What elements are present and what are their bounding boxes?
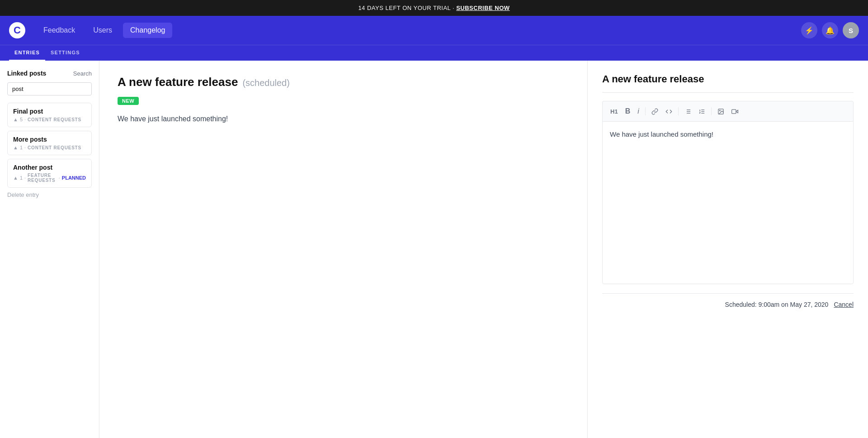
upvote-icon: ▲	[13, 175, 18, 181]
vote-count: 5	[20, 117, 23, 122]
svg-marker-11	[736, 110, 738, 113]
sidebar: Linked posts Search Final post ▲ 5 · CON…	[0, 61, 99, 438]
cancel-link[interactable]: Cancel	[834, 301, 854, 308]
top-nav: C Feedback Users Changelog ⚡ 🔔 S	[0, 16, 868, 45]
toolbar-ol[interactable]	[696, 107, 708, 116]
avatar-button[interactable]: S	[843, 22, 859, 38]
list-item[interactable]: Another post ▲ 1 · FEATURE REQUESTS · PL…	[7, 159, 92, 188]
right-panel: A new feature release H1 B i	[588, 61, 868, 438]
toolbar-code[interactable]	[663, 107, 675, 116]
editor-title: A new feature release	[602, 73, 854, 93]
post-category: FEATURE REQUESTS	[28, 173, 57, 183]
toolbar-image[interactable]	[715, 107, 726, 116]
nav-links: Feedback Users Changelog	[36, 23, 801, 38]
vote-count: 1	[20, 175, 23, 181]
nav-right: ⚡ 🔔 S	[801, 22, 859, 38]
main-layout: Linked posts Search Final post ▲ 5 · CON…	[0, 61, 868, 438]
logo[interactable]: C	[9, 22, 25, 38]
toolbar-bold[interactable]: B	[623, 106, 633, 117]
list-item[interactable]: More posts ▲ 1 · CONTENT REQUESTS	[7, 131, 92, 155]
toolbar-video[interactable]	[729, 107, 741, 116]
toolbar-ul[interactable]	[682, 107, 693, 116]
toolbar-link[interactable]	[649, 107, 660, 116]
editor-toolbar: H1 B i	[602, 101, 854, 121]
upvote-icon: ▲	[13, 117, 18, 122]
trial-text: 14 DAYS LEFT ON YOUR TRIAL ·	[358, 5, 456, 11]
svg-point-10	[719, 110, 720, 111]
sub-nav: ENTRIES SETTINGS	[0, 45, 868, 61]
bell-icon: 🔔	[826, 26, 835, 35]
nav-changelog[interactable]: Changelog	[123, 23, 172, 38]
sidebar-title: Linked posts	[7, 70, 46, 77]
subscribe-link[interactable]: SUBSCRIBE NOW	[456, 5, 509, 11]
bell-button[interactable]: 🔔	[822, 22, 838, 38]
svg-rect-12	[731, 110, 736, 114]
new-badge: NEW	[118, 97, 139, 105]
entry-title-row: A new feature release (scheduled)	[118, 75, 569, 89]
toolbar-h1[interactable]: H1	[608, 107, 620, 116]
toolbar-sep-2	[678, 107, 679, 115]
post-title: Final post	[13, 108, 86, 115]
entry-status: (scheduled)	[242, 78, 290, 88]
subnav-entries[interactable]: ENTRIES	[9, 45, 45, 61]
editor-body[interactable]: We have just launched something!	[602, 121, 854, 284]
post-title: More posts	[13, 136, 86, 143]
scheduled-text: Scheduled: 9:00am on May 27, 2020	[725, 301, 829, 308]
post-meta: ▲ 5 · CONTENT REQUESTS	[13, 117, 86, 122]
nav-users[interactable]: Users	[86, 23, 119, 38]
vote-count: 1	[20, 145, 23, 150]
post-meta: ▲ 1 · CONTENT REQUESTS	[13, 145, 86, 150]
delete-entry-link[interactable]: Delete entry	[7, 191, 92, 198]
post-category: CONTENT REQUESTS	[28, 117, 81, 122]
upvote-icon: ▲	[13, 145, 18, 150]
toolbar-italic[interactable]: i	[635, 106, 642, 117]
entry-title: A new feature release	[118, 75, 238, 89]
trial-banner: 14 DAYS LEFT ON YOUR TRIAL · SUBSCRIBE N…	[0, 0, 868, 16]
nav-feedback[interactable]: Feedback	[36, 23, 82, 38]
subnav-settings[interactable]: SETTINGS	[45, 45, 85, 61]
editor-footer: Scheduled: 9:00am on May 27, 2020 Cancel	[602, 293, 854, 308]
post-title: Another post	[13, 164, 86, 171]
lightning-button[interactable]: ⚡	[801, 22, 817, 38]
planned-badge: PLANNED	[62, 175, 86, 181]
search-link[interactable]: Search	[73, 70, 92, 77]
center-content: A new feature release (scheduled) NEW We…	[99, 61, 588, 438]
search-input[interactable]	[7, 82, 92, 95]
list-item[interactable]: Final post ▲ 5 · CONTENT REQUESTS	[7, 103, 92, 127]
toolbar-sep-3	[711, 107, 712, 115]
lightning-icon: ⚡	[805, 26, 814, 35]
toolbar-sep-1	[645, 107, 646, 115]
post-meta: ▲ 1 · FEATURE REQUESTS · PLANNED	[13, 173, 86, 183]
post-category: CONTENT REQUESTS	[28, 145, 81, 150]
sidebar-header: Linked posts Search	[7, 70, 92, 77]
entry-body: We have just launched something!	[118, 113, 569, 125]
